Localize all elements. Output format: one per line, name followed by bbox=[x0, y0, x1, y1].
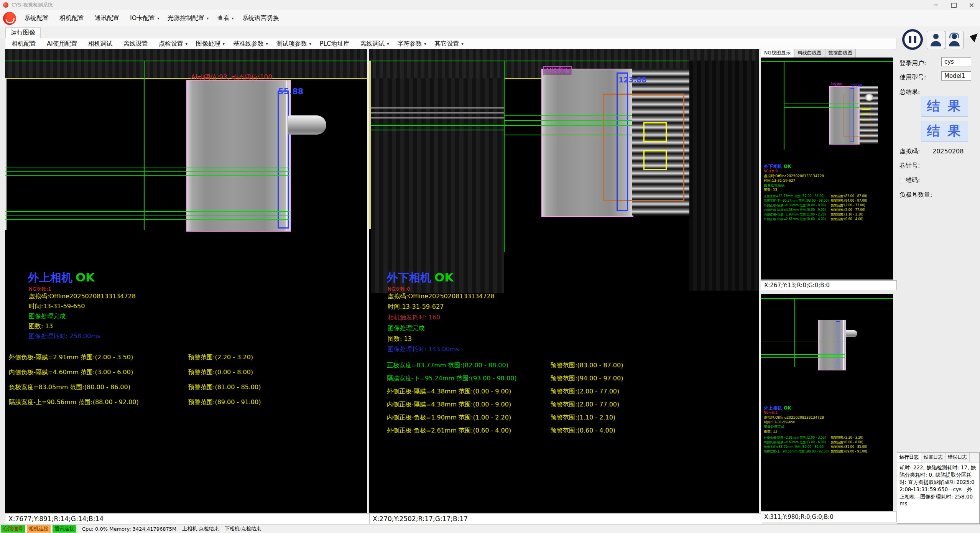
tab-run-image[interactable]: 运行图像 bbox=[5, 27, 41, 38]
ng-panel-tab[interactable]: 数据曲线图 bbox=[825, 49, 856, 58]
pause-button[interactable] bbox=[902, 29, 923, 50]
reel-number-label: 卷针号: bbox=[899, 162, 920, 170]
close-icon bbox=[969, 3, 974, 8]
menu-item[interactable]: 光源控制配置 ▾ bbox=[163, 13, 213, 24]
toolbar-item[interactable]: AI使用配置 bbox=[43, 39, 84, 49]
green-hline bbox=[5, 171, 289, 172]
camera-status-ok: OK bbox=[434, 270, 454, 284]
ng-count: NG次数:0 bbox=[388, 286, 410, 293]
machine-bar bbox=[371, 107, 504, 109]
menu-item[interactable]: 通讯配置 bbox=[90, 13, 126, 24]
measurement-warn: 预警范围:(0.00 - 8.00) bbox=[831, 440, 863, 445]
menu-item-label: IO卡配置 bbox=[130, 14, 155, 22]
measurement-warn: 预警范围:(0.00 - 8.00) bbox=[188, 368, 253, 377]
toolbar-item[interactable]: 其它设置 ▾ bbox=[431, 39, 467, 49]
measurement-row: 正极宽度=83.77mm 范围:(82.00 - 88.00) 预警范围:(83… bbox=[764, 194, 829, 199]
toolbar-item[interactable]: 图像处理 ▾ bbox=[192, 39, 229, 49]
green-hline bbox=[504, 135, 632, 135]
green-vline bbox=[794, 298, 795, 367]
measurement-row: 外侧正极-负极=2.61mm 范围:(0.60 - 4.00) 预警范围:(0.… bbox=[387, 427, 755, 434]
part-region bbox=[818, 320, 846, 370]
log-tab[interactable]: 错误日志 bbox=[945, 453, 970, 462]
measurement-warn: 预警范围:(0.60 - 4.00) bbox=[831, 217, 863, 222]
capture-time: 时间:13-31-59-627 bbox=[388, 303, 444, 311]
measurement-row: 外侧负极-隔膜=2.91mm 范围:(2.00 - 3.50) 预警范围:(2.… bbox=[9, 354, 365, 361]
close-button[interactable] bbox=[962, 0, 980, 10]
chevron-down-icon: ▾ bbox=[424, 42, 426, 46]
virtual-code: 虚拟码:Offline20250208133134728 bbox=[764, 415, 829, 420]
yellow-detect-rect bbox=[862, 103, 870, 110]
process-done: 图像处理完成 bbox=[764, 183, 829, 188]
green-hline bbox=[784, 107, 859, 108]
log-tab[interactable]: 设置日志 bbox=[921, 453, 945, 462]
frame-count: 图数: 13 bbox=[388, 335, 412, 343]
ng-panel-tab-label: 数据曲线图 bbox=[829, 50, 853, 56]
minimize-button[interactable] bbox=[927, 0, 945, 10]
toolbar-item[interactable]: 字符参数 ▾ bbox=[394, 39, 430, 49]
operator-button[interactable] bbox=[945, 31, 964, 49]
measurement-text: 外侧正极-负极=2.61mm 范围:(0.60 - 4.00) bbox=[387, 427, 511, 434]
toolbar-item[interactable]: 离线设置 bbox=[120, 39, 154, 49]
measurement-row: 隔膜宽度-上=90.56mm 范围:(88.00 - 92.00) 预警范围:(… bbox=[764, 449, 829, 454]
toolbar-item-label: 离线设置 bbox=[123, 40, 148, 48]
virtual-code-value: 20250208 bbox=[932, 148, 964, 155]
measurement-warn: 预警范围:(2.00 - 77.00) bbox=[831, 208, 865, 212]
log-tab-label: 错误日志 bbox=[948, 454, 967, 460]
chevron-down-icon: ▾ bbox=[387, 42, 389, 46]
frame-count: 图数: 13 bbox=[764, 429, 829, 434]
model-field[interactable]: Model1 bbox=[941, 71, 971, 81]
green-hline bbox=[5, 175, 289, 176]
measurement-text: 内侧负极-隔膜=4.60mm 范围:(3.00 - 6.00) bbox=[9, 368, 133, 376]
login-user-field[interactable]: cys bbox=[941, 57, 971, 66]
gauge-value: 55.88 bbox=[278, 87, 303, 96]
menu-item[interactable]: 查看 ▾ bbox=[213, 13, 238, 24]
maximize-button[interactable] bbox=[945, 0, 962, 10]
user-button[interactable] bbox=[927, 31, 945, 49]
chevron-down-icon: ▾ bbox=[157, 16, 159, 20]
measurement-row: 隔膜宽度-上=90.56mm 范围:(88.00 - 92.00) 预警范围:(… bbox=[9, 398, 365, 406]
measurement-text: 隔膜宽度-上=90.56mm 范围:(88.00 - 92.00) bbox=[9, 398, 139, 406]
toolbar-item[interactable]: 基准线参数 ▾ bbox=[229, 39, 272, 49]
log-tab-label: 运行日志 bbox=[899, 454, 919, 460]
menu-item[interactable]: 相机配置 bbox=[55, 13, 90, 24]
toolbar: 相机配置 AI使用配置 相机调试 离线设置 点检设置 ▾ bbox=[5, 38, 896, 49]
toolbar-item[interactable]: 相机调试 bbox=[84, 39, 119, 49]
ng-panel-tab[interactable]: 料线曲线图 bbox=[794, 49, 825, 58]
measurement-row: 负极宽度=83.05mm 范围:(80.00 - 86.00) 预警范围:(81… bbox=[9, 383, 365, 391]
camera-connection-badge: 相机连接 bbox=[27, 525, 51, 533]
menu-item[interactable]: 系统配置 bbox=[20, 13, 55, 24]
ng-preview-2[interactable]: 外上相机OK NG次数:1 虚拟码:Offline202502081331347… bbox=[761, 294, 893, 511]
measurement-text: 外侧正极-隔膜=4.38mm 范围:(0.00 - 9.00) bbox=[764, 204, 826, 207]
chevron-down-icon: ▾ bbox=[186, 42, 187, 46]
upper-camera-status: 上相机:点检结束 bbox=[182, 525, 219, 532]
machinery-texture bbox=[689, 61, 759, 291]
toolbar-item[interactable]: 测试项参数 ▾ bbox=[273, 39, 315, 49]
ng-panel-tab[interactable]: NG视图显示 bbox=[761, 49, 794, 58]
ng-preview-1[interactable]: AI检测框 123.88 外下相机OK NG次数:0 虚拟码:Offline20… bbox=[761, 58, 893, 280]
toolbar-item-label: 图像处理 bbox=[196, 40, 220, 48]
measurement-warn: 预警范围:(83.00 - 87.00) bbox=[551, 362, 623, 370]
menu-item[interactable]: IO卡配置 ▾ bbox=[126, 13, 163, 24]
machine-bar bbox=[371, 117, 504, 118]
virtual-code: 虚拟码:Offline20250208133134728 bbox=[388, 293, 495, 301]
view-tab-row: 运行图像 bbox=[0, 26, 980, 38]
toolbar-item[interactable]: 点检设置 ▾ bbox=[155, 39, 191, 49]
toolbar-item-label: 相机调试 bbox=[88, 40, 113, 48]
virtual-code: 虚拟码:Offline20250208133134728 bbox=[29, 293, 136, 301]
measurement-row: 内侧负极-隔膜=4.60mm 范围:(3.00 - 6.00) 预警范围:(0.… bbox=[764, 440, 829, 445]
menu-bar: 系统配置 相机配置 通讯配置 IO卡配置 ▾ bbox=[0, 10, 980, 27]
measurement-text: 正极宽度=83.77mm 范围:(82.00 - 88.00) bbox=[764, 194, 824, 198]
login-user-label: 登录用户: bbox=[899, 59, 926, 67]
yellow-hline bbox=[761, 307, 893, 307]
log-tab[interactable]: 运行日志 bbox=[897, 453, 921, 462]
toolbar-item[interactable]: PLC地址库 bbox=[316, 39, 356, 49]
menu-item[interactable]: 系统语言切换 bbox=[238, 13, 285, 24]
menu-item-label: 光源控制配置 bbox=[168, 14, 204, 22]
measurement-text: 隔膜宽度-下=95.24mm 范围:(93.00 - 98.00) bbox=[764, 199, 829, 202]
right-camera-view[interactable]: AI检测框 123.88 外下相机OK NG次数:0 虚拟码:Offline20… bbox=[369, 49, 759, 513]
left-camera-view[interactable]: AI动阈值:93, 动态阈值:100 55.88 外上相机OK NG次数:1 虚… bbox=[5, 49, 367, 513]
toolbar-item[interactable]: 相机配置 bbox=[8, 39, 42, 49]
measurement-warn: 预警范围:(1.10 - 2.10) bbox=[831, 212, 863, 217]
toolbar-item[interactable]: 离线调试 ▾ bbox=[357, 39, 393, 49]
camera-status-ok: OK bbox=[784, 405, 791, 411]
